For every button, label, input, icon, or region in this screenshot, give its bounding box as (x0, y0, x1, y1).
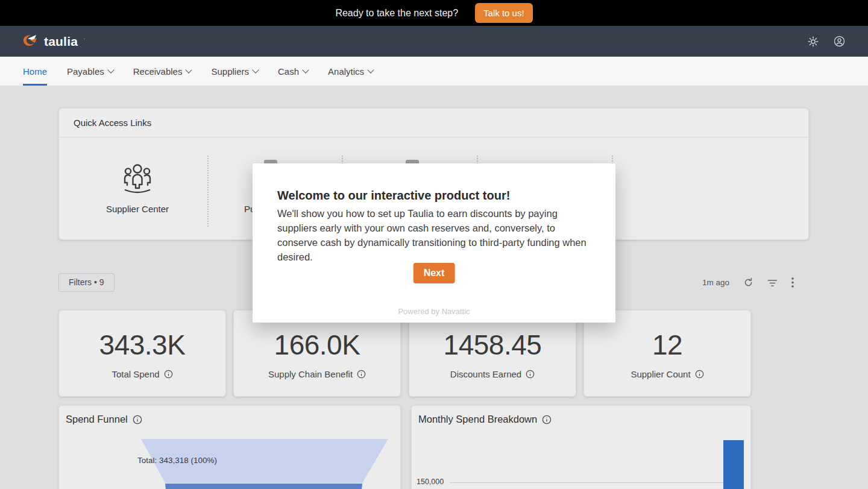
filters-button[interactable]: Filters • 9 (58, 273, 115, 292)
nav-item-cash[interactable]: Cash (278, 57, 308, 86)
quick-link-supplier-center[interactable]: Supplier Center (89, 162, 186, 214)
dashboard-toolbar: 1m ago (702, 273, 794, 292)
dotted-divider (207, 156, 209, 227)
promo-banner: Ready to take the next step? Talk to us! (0, 0, 868, 26)
chart-title: Spend Funnel (66, 414, 128, 425)
people-group-icon (120, 186, 155, 196)
spend-funnel-card: Spend Funnel Total: 343,318 (100%) (58, 405, 401, 489)
kpi-value: 166.0K (274, 329, 360, 361)
talk-to-us-button[interactable]: Talk to us! (475, 3, 533, 23)
kpi-value: 343.3K (99, 329, 186, 361)
info-circle-icon[interactable] (542, 415, 552, 424)
brand-name: taulia (44, 34, 78, 49)
nav-label: Suppliers (211, 66, 249, 77)
y-axis-tick: 150,000 (417, 478, 444, 486)
chevron-down-icon (252, 66, 259, 73)
kpi-label: Supplier Count (631, 369, 690, 379)
nav-item-analytics[interactable]: Analytics (328, 57, 373, 86)
kpi-value: 12 (652, 329, 682, 361)
main-nav: Home Payables Receivables Suppliers Cash… (0, 57, 868, 86)
chevron-down-icon (302, 66, 309, 73)
modal-title: Welcome to our interactive product tour! (277, 189, 510, 203)
gear-icon[interactable] (808, 36, 819, 47)
quick-link-label: Supplier Center (89, 204, 186, 214)
monthly-spend-card: Monthly Spend Breakdown 150,000 (411, 405, 751, 489)
last-updated-text: 1m ago (702, 278, 729, 287)
brand-trademark: ˙ (84, 38, 86, 45)
funnel-chart (59, 432, 401, 489)
nav-label: Receivables (133, 66, 183, 77)
info-circle-icon[interactable] (133, 415, 142, 424)
brand[interactable]: taulia˙ (22, 33, 86, 51)
nav-item-receivables[interactable]: Receivables (133, 57, 192, 86)
kebab-menu-icon[interactable] (791, 277, 794, 288)
nav-item-suppliers[interactable]: Suppliers (211, 57, 258, 86)
refresh-icon[interactable] (743, 277, 753, 288)
info-circle-icon[interactable] (357, 370, 366, 379)
kpi-label: Total Spend (112, 369, 159, 379)
nav-label: Payables (67, 66, 104, 77)
quick-access-title: Quick Access Links (59, 109, 808, 137)
info-circle-icon[interactable] (695, 370, 704, 379)
info-circle-icon[interactable] (164, 370, 173, 379)
kpi-label: Supply Chain Benefit (268, 369, 353, 379)
nav-label: Analytics (328, 66, 364, 77)
kpi-value: 1458.45 (444, 329, 542, 361)
next-button[interactable]: Next (414, 263, 455, 283)
kpi-card-discounts-earned: 1458.45 Discounts Earned (409, 310, 576, 397)
taulia-logo-icon (22, 33, 39, 51)
kpi-label: Discounts Earned (450, 369, 521, 379)
powered-by-link[interactable]: Powered by Navattic (253, 307, 615, 316)
kpi-card-supply-chain-benefit: 166.0K Supply Chain Benefit (233, 310, 401, 397)
chevron-down-icon (367, 66, 374, 73)
user-circle-icon[interactable] (834, 36, 845, 47)
filter-lines-icon[interactable] (767, 279, 778, 287)
nav-item-payables[interactable]: Payables (67, 57, 113, 86)
app-header: taulia˙ (0, 26, 868, 57)
nav-label: Cash (278, 66, 299, 77)
nav-label: Home (23, 66, 47, 77)
promo-text: Ready to take the next step? (335, 8, 458, 19)
kpi-card-total-spend: 343.3K Total Spend (58, 310, 226, 397)
funnel-stage-label: Total: 343,318 (100%) (137, 456, 217, 465)
chevron-down-icon (186, 66, 192, 73)
chevron-down-icon (107, 66, 114, 73)
product-tour-modal: Welcome to our interactive product tour!… (253, 163, 615, 323)
kpi-card-supplier-count: 12 Supplier Count (583, 310, 751, 397)
gridline (450, 482, 744, 483)
chart-title: Monthly Spend Breakdown (418, 414, 537, 425)
info-circle-icon[interactable] (526, 370, 535, 379)
modal-body-text: We'll show you how to set up Taulia to e… (277, 206, 592, 264)
bar-segment (723, 440, 744, 489)
nav-item-home[interactable]: Home (23, 57, 47, 86)
